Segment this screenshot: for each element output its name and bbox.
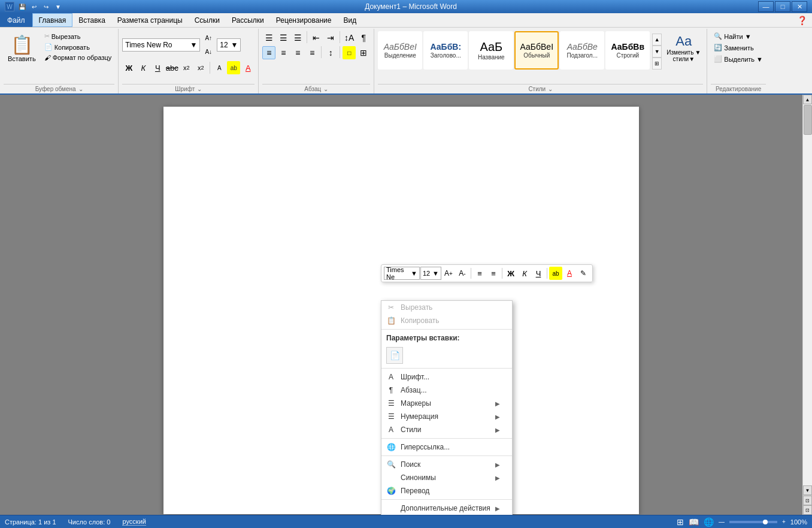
redo-quick-btn[interactable]: ↪ bbox=[41, 1, 51, 12]
mini-bold[interactable]: Ж bbox=[504, 267, 517, 280]
view-reading-btn[interactable]: 📖 bbox=[689, 517, 699, 527]
view-web-btn[interactable]: 🌐 bbox=[704, 517, 714, 527]
style-btn-title[interactable]: АаБ Название bbox=[469, 31, 513, 70]
show-hide-btn[interactable]: ¶ bbox=[357, 31, 370, 44]
ctx-search[interactable]: 🔍 Поиск ▶ bbox=[381, 458, 512, 471]
zoom-in-btn[interactable]: + bbox=[782, 518, 786, 525]
find-btn[interactable]: 🔍 Найти ▼ bbox=[711, 31, 754, 41]
quick-access-dropdown[interactable]: ▼ bbox=[53, 1, 63, 12]
shading-btn[interactable]: □ bbox=[343, 46, 356, 59]
menu-review[interactable]: Рецензирование bbox=[270, 13, 338, 27]
mini-size-selector[interactable]: 12 ▼ bbox=[420, 267, 441, 280]
ctx-more[interactable]: Дополнительные действия ▶ bbox=[381, 502, 512, 515]
undo-quick-btn[interactable]: ↩ bbox=[29, 1, 40, 12]
scroll-up-btn[interactable]: ▲ bbox=[803, 95, 812, 104]
scroll-page-down[interactable]: ⊡ bbox=[803, 505, 812, 515]
style-btn-normal[interactable]: АаБбВеI Обычный bbox=[514, 31, 559, 70]
mini-highlight[interactable]: ab bbox=[549, 267, 562, 280]
text-effects-btn[interactable]: A bbox=[213, 61, 226, 74]
format-painter-btn[interactable]: 🖌 Формат по образцу bbox=[41, 53, 115, 62]
ctx-numbering[interactable]: ☰ Нумерация ▶ bbox=[381, 410, 512, 423]
mini-font-selector[interactable]: Times Ne ▼ bbox=[384, 267, 420, 280]
underline-btn[interactable]: Ч bbox=[151, 61, 164, 74]
align-center-btn[interactable]: ≡ bbox=[277, 46, 290, 59]
scroll-down-btn[interactable]: ▼ bbox=[803, 485, 812, 495]
mini-increase-font[interactable]: A+ bbox=[442, 267, 455, 280]
zoom-level[interactable]: 100% bbox=[790, 518, 807, 526]
view-normal-btn[interactable]: ⊞ bbox=[677, 517, 684, 527]
mini-decrease-font[interactable]: A- bbox=[456, 267, 469, 280]
copy-btn[interactable]: 📄 Копировать bbox=[41, 42, 115, 52]
sort-btn[interactable]: ↕A bbox=[343, 31, 356, 44]
styles-more-btn[interactable]: ⊞ bbox=[652, 58, 662, 70]
paste-button[interactable]: 📋 Вставить bbox=[4, 31, 40, 65]
doc-page[interactable]: Times Ne ▼ 12 ▼ A+ A- ≡ ≡ Ж К Ч bbox=[163, 107, 639, 514]
menu-view[interactable]: Вид bbox=[337, 13, 362, 27]
style-btn-selection[interactable]: АаБбВеI Выделение bbox=[378, 31, 422, 70]
scroll-page-up[interactable]: ⊡ bbox=[803, 496, 812, 505]
ctx-font[interactable]: A Шрифт... bbox=[381, 370, 512, 384]
zoom-slider[interactable] bbox=[729, 521, 777, 523]
mini-italic[interactable]: К bbox=[518, 267, 531, 280]
font-expand[interactable]: ⌄ bbox=[197, 86, 202, 92]
ctx-paragraph[interactable]: ¶ Абзац... bbox=[381, 384, 512, 397]
close-btn[interactable]: ✕ bbox=[792, 1, 807, 12]
save-quick-btn[interactable]: 💾 bbox=[17, 1, 28, 12]
minimize-btn[interactable]: — bbox=[758, 1, 774, 12]
replace-btn[interactable]: 🔄 Заменить bbox=[711, 43, 756, 53]
clipboard-expand[interactable]: ⌄ bbox=[78, 86, 83, 92]
styles-expand[interactable]: ⌄ bbox=[548, 86, 553, 92]
menu-insert[interactable]: Вставка bbox=[72, 13, 111, 27]
highlight-btn[interactable]: ab bbox=[227, 61, 240, 74]
cut-btn[interactable]: ✂ Вырезать bbox=[41, 31, 115, 41]
bullets-btn[interactable]: ☰ bbox=[262, 31, 275, 44]
font-size-selector[interactable]: 12 ▼ bbox=[217, 38, 241, 52]
menu-references[interactable]: Ссылки bbox=[189, 13, 226, 27]
ctx-styles[interactable]: A Стили ▶ bbox=[381, 423, 512, 436]
change-styles-btn[interactable]: Aa Изменить ▼ стили▼ bbox=[664, 31, 703, 65]
styles-scroll-up[interactable]: ▲ bbox=[652, 34, 662, 46]
ctx-hyperlink[interactable]: 🌐 Гиперссылка... bbox=[381, 440, 512, 454]
font-decrease-btn[interactable]: A↓ bbox=[202, 45, 215, 58]
select-btn[interactable]: ⬜ Выделить ▼ bbox=[711, 54, 766, 64]
mini-color[interactable]: A bbox=[563, 267, 576, 280]
strikethrough-btn[interactable]: abc bbox=[165, 61, 178, 74]
mini-align[interactable]: ≡ bbox=[473, 267, 486, 280]
ctx-bullets[interactable]: ☰ Маркеры ▶ bbox=[381, 397, 512, 410]
style-btn-strict[interactable]: АаБбВв Строгий bbox=[605, 31, 650, 70]
status-language[interactable]: русский bbox=[122, 518, 146, 526]
numbering-btn[interactable]: ☰ bbox=[277, 31, 290, 44]
paragraph-expand[interactable]: ⌄ bbox=[323, 86, 328, 92]
font-increase-btn[interactable]: A↑ bbox=[202, 31, 215, 44]
font-name-selector[interactable]: Times New Ro ▼ bbox=[122, 38, 200, 52]
menu-file[interactable]: Файл bbox=[0, 13, 32, 27]
mini-align2[interactable]: ≡ bbox=[487, 267, 500, 280]
decrease-indent-btn[interactable]: ⇤ bbox=[310, 31, 323, 44]
italic-btn[interactable]: К bbox=[137, 61, 150, 74]
styles-scroll-down[interactable]: ▼ bbox=[652, 46, 662, 58]
justify-btn[interactable]: ≡ bbox=[305, 46, 319, 59]
line-spacing-btn[interactable]: ↕ bbox=[324, 46, 337, 59]
mini-eraser[interactable]: ✎ bbox=[577, 267, 590, 280]
superscript-btn[interactable]: x2 bbox=[194, 61, 207, 74]
borders-btn[interactable]: ⊞ bbox=[357, 46, 370, 59]
subscript-btn[interactable]: x2 bbox=[180, 61, 193, 74]
align-right-btn[interactable]: ≡ bbox=[291, 46, 304, 59]
ctx-cut[interactable]: ✂ Вырезать bbox=[381, 301, 512, 314]
zoom-out-btn[interactable]: — bbox=[719, 518, 725, 525]
font-color-btn[interactable]: A bbox=[241, 61, 254, 74]
menu-mailings[interactable]: Рассылки bbox=[226, 13, 270, 27]
align-left-btn[interactable]: ≡ bbox=[262, 46, 275, 59]
maximize-btn[interactable]: □ bbox=[775, 1, 790, 12]
ctx-translate[interactable]: 🌍 Перевод bbox=[381, 484, 512, 497]
multilevel-btn[interactable]: ☰ bbox=[291, 31, 304, 44]
ctx-synonyms[interactable]: Синонимы ▶ bbox=[381, 471, 512, 484]
mini-underline[interactable]: Ч bbox=[532, 267, 545, 280]
bold-btn[interactable]: Ж bbox=[122, 61, 135, 74]
menu-layout[interactable]: Разметка страницы bbox=[111, 13, 189, 27]
ctx-paste-option[interactable]: 📄 bbox=[381, 345, 512, 366]
menu-home[interactable]: Главная bbox=[32, 13, 73, 27]
increase-indent-btn[interactable]: ⇥ bbox=[324, 31, 337, 44]
style-btn-heading[interactable]: АаБбВ: Заголово... bbox=[423, 31, 468, 70]
style-btn-subtitle[interactable]: АаБбВе Подзагол... bbox=[560, 31, 604, 70]
